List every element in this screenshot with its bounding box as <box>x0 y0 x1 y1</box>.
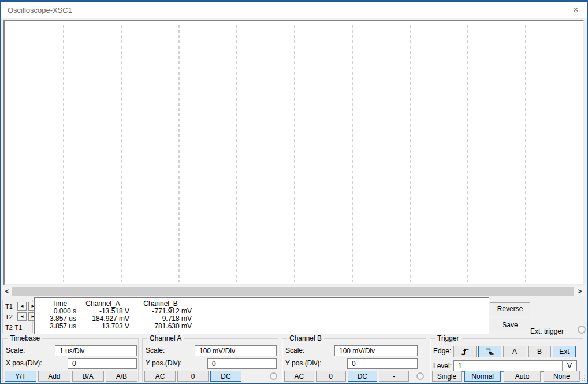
trigger-a-button[interactable]: A <box>503 346 526 357</box>
trigger-b-button[interactable]: B <box>528 346 551 357</box>
t2-label: T2 <box>5 313 16 320</box>
falling-edge-button[interactable] <box>478 346 501 357</box>
cursor-control-box: T1 ◄ ► T2 ◄ ► T2-T1 <box>2 300 33 333</box>
channel-a-scale-label: Scale: <box>146 346 165 355</box>
diff-channel-a: 13.703 V <box>76 323 129 330</box>
channel-a-group: Channel A Scale: 100 mV/Div Y pos.(Div):… <box>142 338 278 382</box>
falling-edge-icon <box>485 348 494 355</box>
ab-button[interactable]: A/B <box>106 371 137 382</box>
channel-a-zero-button[interactable]: 0 <box>177 371 209 382</box>
graticule <box>64 25 526 282</box>
scroll-right-icon[interactable]: > <box>575 287 585 296</box>
trigger-single-button[interactable]: Single <box>432 371 462 382</box>
trigger-level-unit[interactable]: V <box>562 361 576 371</box>
close-icon[interactable]: × <box>570 4 582 16</box>
trigger-auto-button[interactable]: Auto <box>504 371 540 382</box>
timebase-scale-label: Scale: <box>6 346 25 355</box>
add-button[interactable]: Add <box>38 371 70 382</box>
channel-b-ypos-label: Y pos.(Div): <box>285 359 321 367</box>
channel-b-ypos-field[interactable]: 0 <box>347 358 418 369</box>
t1-left-icon[interactable]: ◄ <box>17 302 27 311</box>
trigger-normal-button[interactable]: Normal <box>464 371 501 382</box>
reverse-button[interactable]: Reverse <box>490 302 530 315</box>
ext-trigger-label: Ext. trigger <box>530 327 564 335</box>
channel-b-ac-button[interactable]: AC <box>284 371 314 382</box>
channel-b-title: Channel B <box>287 334 324 342</box>
channel-a-ypos-field[interactable]: 0 <box>207 358 277 369</box>
channel-a-dc-button[interactable]: DC <box>210 371 241 382</box>
yt-button[interactable]: Y/T <box>5 371 36 382</box>
channel-b-scale-label: Scale: <box>285 346 304 355</box>
channel-a-radio[interactable] <box>270 372 277 380</box>
resize-grip[interactable] <box>578 374 585 381</box>
timebase-xpos-field[interactable]: 0 <box>68 358 137 369</box>
trigger-level-label: Level: <box>433 362 452 370</box>
scope-display[interactable] <box>3 20 585 285</box>
channel-a-ac-button[interactable]: AC <box>144 371 176 382</box>
oscilloscope-window: Oscilloscope-XSC1 × < > T1 ◄ ► T2 ◄ ► T2… <box>0 0 588 384</box>
rising-edge-icon <box>460 348 470 355</box>
trigger-level-field[interactable]: 1 V <box>453 360 577 372</box>
trigger-level-value[interactable]: 1 <box>454 361 562 371</box>
trigger-none-button[interactable]: None <box>544 371 580 382</box>
channel-a-ypos-label: Y pos.(Div): <box>146 359 181 367</box>
diff-time: 3.857 us <box>43 323 76 330</box>
channel-b-zero-button[interactable]: 0 <box>316 371 346 382</box>
t2-t1-label: T2-T1 <box>5 324 22 331</box>
readout-panel: T1 ◄ ► T2 ◄ ► T2-T1 Time Channel_A Chann… <box>1 297 587 335</box>
window-title: Oscilloscope-XSC1 <box>8 6 72 14</box>
channel-b-radio[interactable] <box>416 372 424 380</box>
scroll-left-icon[interactable]: < <box>2 287 12 296</box>
ba-button[interactable]: B/A <box>72 371 104 382</box>
timebase-group: Timebase Scale: 1 us/Div X pos.(Div): 0 … <box>2 338 139 382</box>
measurement-table: Time Channel_A Channel_B 0.000 s -13.518… <box>34 297 489 334</box>
t1-label: T1 <box>5 303 16 310</box>
scrollbar-thumb[interactable] <box>12 287 574 296</box>
channel-a-scale-field[interactable]: 100 mV/Div <box>195 345 277 356</box>
ext-trigger-radio[interactable] <box>578 326 586 334</box>
t2-left-icon[interactable]: ◄ <box>17 312 27 321</box>
trigger-title: Trigger <box>435 334 462 342</box>
trigger-group: Trigger Edge: A B Ext <box>430 338 583 382</box>
timebase-title: Timebase <box>8 334 42 342</box>
rising-edge-button[interactable] <box>453 346 477 357</box>
scope-canvas <box>5 21 583 284</box>
timebase-xpos-label: X pos.(Div): <box>6 359 42 367</box>
channel-b-dc-button[interactable]: DC <box>348 371 378 382</box>
trigger-edge-label: Edge: <box>433 347 451 355</box>
save-button[interactable]: Save <box>490 319 530 331</box>
channel-b-scale-field[interactable]: 100 mV/Div <box>334 345 418 356</box>
timebase-scale-field[interactable]: 1 us/Div <box>55 345 137 356</box>
trigger-ext-button[interactable]: Ext <box>553 346 576 357</box>
channel-b-group: Channel B Scale: 100 mV/Div Y pos.(Div):… <box>282 338 426 382</box>
channel-b-minus-button[interactable]: - <box>379 371 409 382</box>
titlebar[interactable]: Oscilloscope-XSC1 <box>1 2 587 18</box>
diff-channel-b: 781.630 mV <box>129 323 192 330</box>
controls-panel: Timebase Scale: 1 us/Div X pos.(Div): 0 … <box>1 335 587 384</box>
channel-a-title: Channel A <box>147 334 184 342</box>
horizontal-scrollbar[interactable]: < > <box>2 287 586 296</box>
